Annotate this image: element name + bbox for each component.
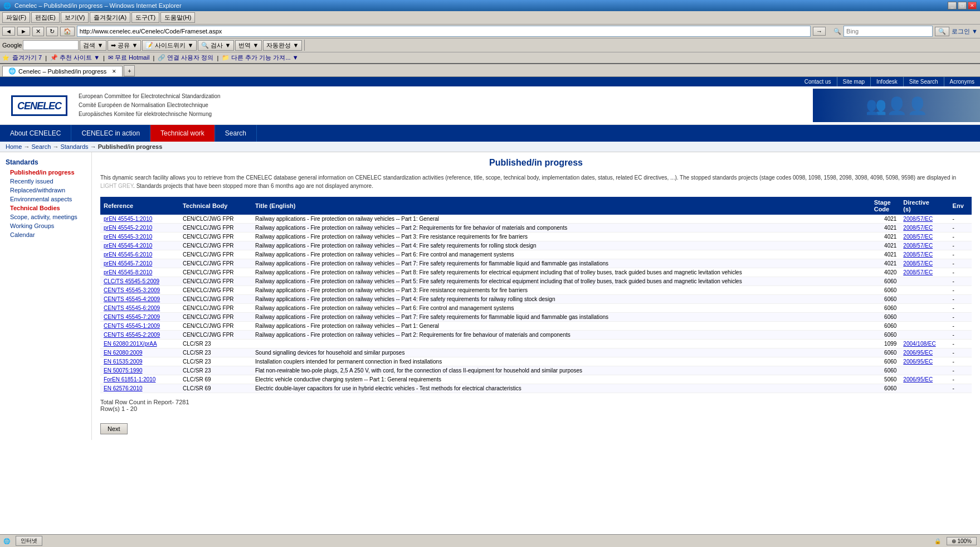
cell-directive bbox=[900, 331, 949, 340]
maximize-button[interactable]: □ bbox=[958, 2, 967, 9]
browser-search-input[interactable] bbox=[844, 26, 933, 37]
next-button[interactable]: Next bbox=[100, 423, 128, 434]
reference-link[interactable]: EN 50075:1990 bbox=[104, 367, 143, 374]
directive-link[interactable]: 2004/108/EC bbox=[903, 341, 935, 347]
breadcrumb-home[interactable]: Home bbox=[6, 143, 22, 150]
top-link-sitesearch[interactable]: Site Search bbox=[904, 77, 944, 86]
reference-link[interactable]: EN 62576:2010 bbox=[104, 385, 143, 391]
browser-search-button[interactable]: 🔍 bbox=[935, 27, 949, 36]
new-tab-button[interactable]: + bbox=[124, 65, 135, 76]
menu-view[interactable]: 보기(V) bbox=[61, 12, 89, 23]
tab-close-icon[interactable]: ✕ bbox=[112, 69, 116, 74]
window-controls[interactable]: _ □ ✕ bbox=[948, 2, 977, 9]
cell-title bbox=[252, 340, 871, 348]
directive-link[interactable]: 2008/57/EC bbox=[903, 251, 933, 258]
reference-link[interactable]: prEN 45545-1:2010 bbox=[104, 216, 152, 222]
sidebar-item-environmental[interactable]: Environmental aspects bbox=[0, 195, 91, 204]
address-input[interactable] bbox=[77, 26, 811, 37]
top-link-acronyms[interactable]: Acronyms bbox=[944, 77, 980, 86]
directive-link[interactable]: 2008/57/EC bbox=[903, 260, 933, 267]
reference-link[interactable]: CEN/TS 45545-3:2009 bbox=[104, 287, 160, 293]
sidebar-item-calendar[interactable]: Calendar bbox=[0, 230, 91, 239]
sidebar-item-technical-bodies[interactable]: Technical Bodies bbox=[0, 204, 91, 212]
fav-sep-1: | bbox=[45, 55, 47, 61]
fav-item-recommended[interactable]: 📌 추천 사이트 ▼ bbox=[50, 54, 100, 62]
google-search-button[interactable]: 검색 ▼ bbox=[80, 40, 106, 51]
sidebar-item-published[interactable]: Published/in progress bbox=[0, 168, 91, 177]
fav-item-more[interactable]: 📁 다른 추가 기능 가져... ▼ bbox=[222, 54, 298, 62]
minimize-button[interactable]: _ bbox=[948, 2, 957, 9]
directive-link[interactable]: 2008/57/EC bbox=[903, 216, 933, 222]
forward-button[interactable]: ► bbox=[17, 27, 30, 36]
reference-link[interactable]: prEN 45545-4:2010 bbox=[104, 243, 152, 249]
cell-body: CEN/CLC/JWG FPR bbox=[179, 224, 252, 233]
sidebar-item-working-groups[interactable]: Working Groups bbox=[0, 221, 91, 230]
reference-link[interactable]: prEN 45545-2:2010 bbox=[104, 225, 152, 231]
sidebar-item-scope[interactable]: Scope, activity, meetings bbox=[0, 212, 91, 221]
home-button[interactable]: 🏠 bbox=[60, 27, 75, 36]
reference-link[interactable]: CEN/TS 45545-1:2009 bbox=[104, 323, 160, 329]
cell-directive: 2006/95/EC bbox=[900, 348, 949, 357]
reference-link[interactable]: EN 61535:2009 bbox=[104, 359, 143, 365]
reference-link[interactable]: EN 62080:2009 bbox=[104, 350, 143, 356]
fav-item-user-def[interactable]: 🔗 연결 사용자 정의 bbox=[158, 54, 213, 62]
directive-link[interactable]: 2008/57/EC bbox=[903, 269, 933, 275]
top-link-sitemap[interactable]: Site map bbox=[837, 77, 871, 86]
directive-link[interactable]: 2006/95/EC bbox=[903, 376, 933, 383]
fav-item-1[interactable]: 즐겨가기 7 bbox=[12, 54, 42, 62]
toolbar-btn-sidewiki[interactable]: 📝 사이드위키 ▼ bbox=[142, 40, 197, 51]
nav-technical-work[interactable]: Technical work bbox=[150, 125, 215, 142]
refresh-button[interactable]: ↻ bbox=[46, 27, 58, 36]
reference-link[interactable]: prEN 45545-3:2010 bbox=[104, 234, 152, 240]
directive-link[interactable]: 2006/95/EC bbox=[903, 359, 933, 365]
top-link-infodesk[interactable]: Infodesk bbox=[871, 77, 904, 86]
directive-link[interactable]: 2008/57/EC bbox=[903, 243, 933, 249]
reference-link[interactable]: ForEN 61851-1:2010 bbox=[104, 376, 155, 383]
menu-tools[interactable]: 도구(T) bbox=[131, 12, 159, 23]
cell-stage: 6060 bbox=[871, 304, 900, 313]
fav-item-hotmail[interactable]: ✉ 무료 Hotmail bbox=[108, 54, 149, 62]
reference-link[interactable]: prEN 45545-6:2010 bbox=[104, 251, 152, 258]
stop-button[interactable]: ✕ bbox=[32, 27, 44, 36]
reference-link[interactable]: CEN/TS 45545-4:2009 bbox=[104, 296, 160, 302]
menu-favorites[interactable]: 즐겨찾기(A) bbox=[90, 12, 130, 23]
go-button[interactable]: → bbox=[813, 27, 826, 36]
nav-search[interactable]: Search bbox=[215, 125, 257, 142]
table-row: CEN/TS 45545-2:2009CEN/CLC/JWG FPRRailwa… bbox=[100, 331, 972, 340]
reference-link[interactable]: CEN/TS 45545-2:2009 bbox=[104, 332, 160, 338]
menu-edit[interactable]: 편집(E) bbox=[31, 12, 60, 23]
directive-link[interactable]: 2008/57/EC bbox=[903, 225, 933, 231]
breadcrumb-search[interactable]: Search bbox=[31, 143, 51, 150]
toolbar-btn-inspect[interactable]: 🔍 검사 ▼ bbox=[198, 40, 234, 51]
google-search-input[interactable] bbox=[23, 40, 79, 50]
browser-tab-active[interactable]: 🌐 Cenelec – Published/in progress ✕ bbox=[2, 66, 123, 76]
col-header-stage: StageCode bbox=[871, 197, 900, 215]
reference-link[interactable]: CLC/TS 45545-5:2009 bbox=[104, 278, 159, 284]
reference-link[interactable]: prEN 45545-8:2010 bbox=[104, 269, 152, 275]
toolbar-btn-share[interactable]: ➡ 공유 ▼ bbox=[108, 40, 141, 51]
sidebar-item-recently[interactable]: Recently issued bbox=[0, 177, 91, 186]
reference-link[interactable]: CEN/TS 45545-6:2009 bbox=[104, 305, 160, 311]
reference-link[interactable]: EN 62080:201X/prAA bbox=[104, 341, 157, 347]
sidebar-item-replaced[interactable]: Replaced/withdrawn bbox=[0, 186, 91, 195]
cell-title: Railway applications - Fire protection o… bbox=[252, 304, 871, 313]
back-button[interactable]: ◄ bbox=[2, 27, 15, 36]
login-label: 로그인 ▼ bbox=[952, 27, 978, 36]
close-button[interactable]: ✕ bbox=[968, 2, 977, 9]
nav-about[interactable]: About CENELEC bbox=[0, 125, 71, 142]
cell-reference: prEN 45545-6:2010 bbox=[100, 250, 179, 259]
directive-link[interactable]: 2008/57/EC bbox=[903, 234, 933, 240]
tab-label: Cenelec – Published/in progress bbox=[18, 68, 106, 75]
nav-in-action[interactable]: CENELEC in action bbox=[71, 125, 150, 142]
row-range: Row(s) 1 - 20 bbox=[100, 405, 972, 412]
reference-link[interactable]: prEN 45545-7:2010 bbox=[104, 260, 152, 267]
row-count-text: Total Row Count in Report- 7281 Row(s) 1… bbox=[100, 399, 972, 412]
menu-file[interactable]: 파일(F) bbox=[2, 12, 30, 23]
reference-link[interactable]: CEN/TS 45545-7:2009 bbox=[104, 314, 160, 320]
directive-link[interactable]: 2006/95/EC bbox=[903, 350, 933, 356]
menu-help[interactable]: 도움말(H) bbox=[160, 12, 195, 23]
breadcrumb-standards[interactable]: Standards bbox=[60, 143, 88, 150]
toolbar-btn-autocomplete[interactable]: 자동완성 ▼ bbox=[263, 40, 302, 51]
top-link-contact[interactable]: Contact us bbox=[799, 77, 837, 86]
toolbar-btn-translate[interactable]: 번역 ▼ bbox=[235, 40, 262, 51]
